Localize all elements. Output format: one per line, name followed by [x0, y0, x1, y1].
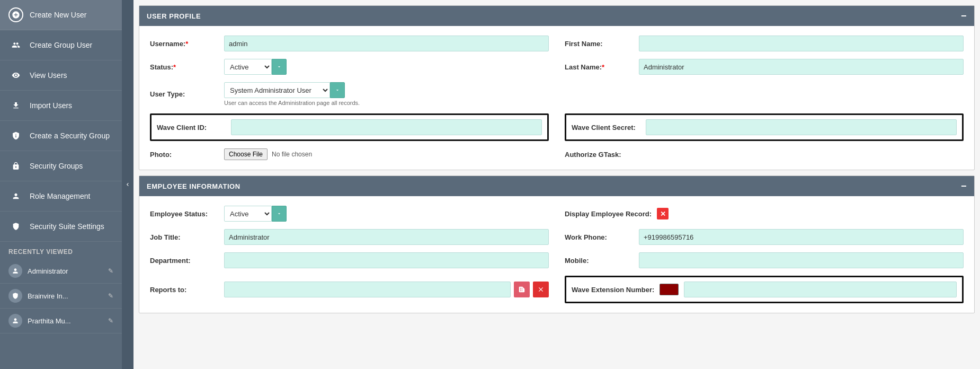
- plus-circle-icon: [8, 7, 23, 22]
- rv-edit-2[interactable]: ✎: [108, 317, 113, 324]
- photo-row: Photo: Choose File No file chosen: [150, 148, 549, 160]
- reports-to-label: Reports to:: [150, 286, 219, 294]
- first-name-input[interactable]: [639, 36, 964, 51]
- user-type-container: System Administrator User User can acces…: [224, 82, 549, 106]
- rv-person-icon-0: [8, 264, 22, 278]
- department-input[interactable]: [224, 252, 549, 268]
- choose-file-btn[interactable]: Choose File: [224, 148, 268, 160]
- no-file-label: No file chosen: [272, 151, 312, 158]
- sidebar-item-view-users[interactable]: View Users: [0, 60, 122, 91]
- recently-viewed-item-1[interactable]: Brainvire In... ✎: [0, 284, 122, 309]
- user-type-hint: User can access the Administration page …: [224, 100, 549, 106]
- reports-to-select-btn[interactable]: [514, 282, 530, 297]
- sidebar-item-security-suite-settings-label: Security Suite Settings: [30, 222, 104, 231]
- wave-extension-number-label: Wave Extension Number:: [572, 286, 654, 294]
- employee-status-dropdown-btn[interactable]: [272, 206, 287, 222]
- rv-label-2: Prarthita Mu...: [28, 317, 103, 325]
- sidebar-item-create-new-user-label: Create New User: [30, 11, 86, 19]
- group-icon: [8, 38, 23, 52]
- sidebar-item-import-users[interactable]: Import Users: [0, 91, 122, 121]
- display-employee-record-row: Display Employee Record: ✕: [565, 206, 964, 222]
- work-phone-row: Work Phone:: [565, 229, 964, 245]
- rv-person-icon-2: [8, 314, 22, 328]
- sidebar-item-create-group-user-label: Create Group User: [30, 41, 92, 49]
- username-input[interactable]: [224, 36, 549, 51]
- sidebar-item-security-groups[interactable]: Security Groups: [0, 151, 122, 181]
- plus-shield-icon: [8, 128, 23, 143]
- user-profile-form: Username:* First Name: Status:* Active: [150, 36, 964, 160]
- status-dropdown-btn[interactable]: [272, 59, 287, 75]
- user-profile-minimize-btn[interactable]: −: [961, 11, 967, 21]
- employee-status-select[interactable]: Active Inactive: [224, 206, 272, 222]
- sidebar-item-role-management[interactable]: Role Management: [0, 181, 122, 212]
- last-name-input[interactable]: [639, 59, 964, 75]
- recently-viewed-item-0[interactable]: Administrator ✎: [0, 259, 122, 284]
- display-employee-record-btn[interactable]: ✕: [657, 208, 669, 219]
- authorize-gtask-row: Authorize GTask:: [565, 148, 964, 160]
- sidebar-item-create-security-group[interactable]: Create a Security Group: [0, 121, 122, 151]
- department-label: Department:: [150, 257, 219, 265]
- shield-icon: [8, 219, 23, 234]
- username-label: Username:*: [150, 40, 219, 48]
- wave-extension-number-row: Wave Extension Number:: [565, 276, 964, 303]
- sidebar-item-create-group-user[interactable]: Create Group User: [0, 30, 122, 60]
- user-type-select[interactable]: System Administrator User: [224, 82, 330, 98]
- mobile-input[interactable]: [639, 252, 964, 268]
- status-dropdown: Active Inactive: [224, 59, 287, 75]
- wave-client-secret-label: Wave Client Secret:: [572, 124, 640, 131]
- user-profile-panel: USER PROFILE − Username:* First Name:: [139, 5, 975, 170]
- mobile-label: Mobile:: [565, 257, 634, 265]
- sidebar-item-security-suite-settings[interactable]: Security Suite Settings: [0, 212, 122, 242]
- lock-icon: [8, 159, 23, 173]
- users-icon: [8, 189, 23, 204]
- reports-to-input[interactable]: [224, 282, 511, 297]
- department-row: Department:: [150, 252, 549, 268]
- user-profile-title: USER PROFILE: [147, 12, 201, 20]
- first-name-row: First Name:: [565, 36, 964, 51]
- main-content: USER PROFILE − Username:* First Name:: [133, 0, 980, 369]
- wave-client-id-input[interactable]: [231, 119, 542, 135]
- rv-shield-icon-1: [8, 289, 22, 303]
- recently-viewed-item-2[interactable]: Prarthita Mu... ✎: [0, 309, 122, 333]
- last-name-label: Last Name:*: [565, 63, 634, 71]
- rv-edit-0[interactable]: ✎: [108, 267, 113, 275]
- wave-extension-number-input[interactable]: [684, 282, 957, 297]
- status-label: Status:*: [150, 63, 219, 71]
- employee-info-minimize-btn[interactable]: −: [961, 181, 967, 191]
- wave-client-id-label: Wave Client ID:: [157, 124, 226, 131]
- rv-label-1: Brainvire In...: [28, 292, 103, 300]
- sidebar-collapse-arrow[interactable]: [122, 0, 133, 369]
- reports-to-row: Reports to:: [150, 276, 549, 303]
- sidebar-item-role-management-label: Role Management: [30, 192, 90, 200]
- work-phone-label: Work Phone:: [565, 233, 634, 241]
- user-profile-body: Username:* First Name: Status:* Active: [139, 26, 974, 170]
- rv-edit-1[interactable]: ✎: [108, 292, 113, 300]
- wave-client-id-row: Wave Client ID:: [150, 113, 549, 141]
- username-row: Username:*: [150, 36, 549, 51]
- display-employee-record-label: Display Employee Record:: [565, 210, 652, 218]
- first-name-label: First Name:: [565, 40, 634, 48]
- employee-info-panel-header: EMPLOYEE INFORMATION −: [139, 176, 974, 196]
- employee-status-label: Employee Status:: [150, 210, 219, 218]
- wave-extension-color-box: [660, 284, 679, 295]
- authorize-gtask-label: Authorize GTask:: [565, 151, 634, 159]
- user-type-dropdown-btn[interactable]: [330, 82, 345, 98]
- sidebar-item-import-users-label: Import Users: [30, 101, 72, 110]
- employee-info-title: EMPLOYEE INFORMATION: [147, 182, 240, 190]
- work-phone-input[interactable]: [639, 229, 964, 245]
- status-select[interactable]: Active Inactive: [224, 59, 272, 75]
- employee-info-form: Employee Status: Active Inactive Display…: [150, 206, 964, 303]
- sidebar-item-create-new-user[interactable]: Create New User: [0, 0, 122, 30]
- photo-label: Photo:: [150, 151, 219, 159]
- user-profile-panel-header: USER PROFILE −: [139, 6, 974, 26]
- job-title-input[interactable]: [224, 229, 549, 245]
- sidebar-item-create-security-group-label: Create a Security Group: [30, 131, 110, 140]
- user-type-label: User Type:: [150, 90, 219, 98]
- last-name-row: Last Name:*: [565, 59, 964, 75]
- employee-info-body: Employee Status: Active Inactive Display…: [139, 196, 974, 313]
- rv-label-0: Administrator: [28, 267, 103, 275]
- wave-client-secret-input[interactable]: [646, 119, 957, 135]
- status-row: Status:* Active Inactive: [150, 59, 549, 75]
- reports-to-clear-btn[interactable]: [533, 282, 549, 297]
- employee-status-row: Employee Status: Active Inactive: [150, 206, 549, 222]
